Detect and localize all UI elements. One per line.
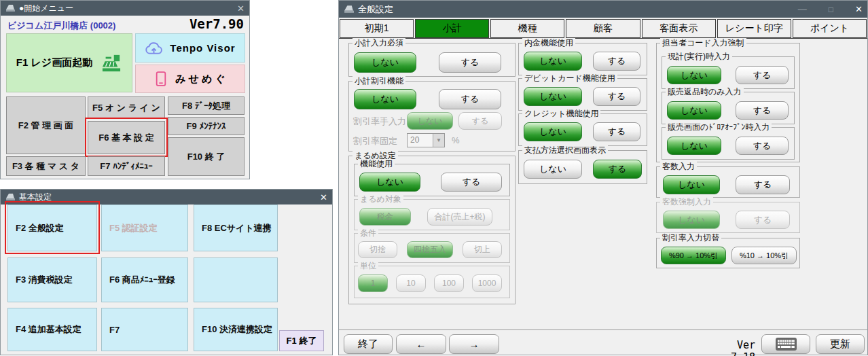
unit-10-button[interactable]: 10 bbox=[396, 274, 426, 292]
deposit-yes-button[interactable]: する bbox=[593, 52, 640, 71]
app-icon bbox=[5, 4, 15, 12]
f10-exit-button[interactable]: F10 終 了 bbox=[168, 137, 245, 176]
empty-button[interactable] bbox=[194, 257, 278, 302]
rounding-target-tax-button[interactable]: 税金 bbox=[359, 208, 411, 226]
basic-settings-window: 基本設定 ✕ F2 全般設定 F5 認証設定 F8 ECサイト連携 F3 消費税… bbox=[0, 189, 333, 355]
f3-masters-button[interactable]: F3 各 種 マ ス タ bbox=[6, 156, 86, 176]
f7-handy-menu-button[interactable]: F7 ﾊﾝﾃﾞｨﾒﾆｭｰ bbox=[88, 156, 165, 176]
f6-basic-settings-button[interactable]: F6 基 本 設 定 bbox=[88, 121, 165, 154]
f2-general-settings-button[interactable]: F2 全般設定 bbox=[7, 204, 97, 251]
debit-no-button[interactable]: しない bbox=[524, 87, 582, 106]
tenpo-visor-button[interactable]: Tenpo Visor bbox=[135, 33, 245, 63]
maximize-icon[interactable]: □ bbox=[829, 5, 833, 14]
round-down-button[interactable]: 切捨 bbox=[358, 241, 397, 258]
sales-return-no-button[interactable]: しない bbox=[667, 101, 721, 120]
minimize-icon[interactable]: — bbox=[798, 5, 807, 14]
f9-maintenance-button[interactable]: F9 ﾒﾝﾃﾅﾝｽ bbox=[168, 117, 245, 135]
unit-100-button[interactable]: 100 bbox=[434, 274, 464, 292]
close-icon[interactable]: ✕ bbox=[320, 193, 327, 202]
group-label: まるめ対象 bbox=[358, 194, 403, 204]
guest-force-yes-button[interactable]: する bbox=[736, 211, 790, 229]
f5-auth-settings-button[interactable]: F5 認証設定 bbox=[101, 204, 188, 251]
sales-return-yes-button[interactable]: する bbox=[736, 101, 789, 120]
start-menu-title: ●開始メニュー bbox=[19, 3, 73, 14]
basic-settings-title: 基本設定 bbox=[19, 192, 52, 203]
f5-online-button[interactable]: F5 オ ン ラ イ ン bbox=[88, 96, 165, 119]
group-label: 条件 bbox=[358, 228, 378, 238]
rounding-target-total-button[interactable]: 合計(売上+税) bbox=[427, 208, 492, 226]
footer-back-button[interactable]: ← bbox=[396, 334, 446, 354]
credit-no-button[interactable]: しない bbox=[524, 122, 582, 141]
close-icon[interactable]: ✕ bbox=[855, 5, 863, 14]
guest-count-no-button[interactable]: しない bbox=[663, 175, 720, 194]
start-menu-window: ●開始メニュー ✕ ビジコム江戸川橋店 (0002) Ver7.90 F1 レジ… bbox=[0, 0, 250, 179]
group-label: デビットカード機能使用 bbox=[522, 73, 617, 84]
round-half-button[interactable]: 四捨五入 bbox=[407, 241, 453, 258]
f10-payment-link-button[interactable]: F10 決済連携設定 bbox=[194, 308, 278, 351]
basic-settings-titlebar[interactable]: 基本設定 ✕ bbox=[1, 190, 332, 204]
tab-initial-1[interactable]: 初期1 bbox=[340, 19, 414, 38]
discount-switch-10-button[interactable]: %10 → 10%引 bbox=[731, 247, 797, 264]
settings-version: Ver 7.18 bbox=[708, 339, 755, 356]
footer-exit-button[interactable]: 終了 bbox=[344, 334, 393, 354]
genkei-yes-button[interactable]: する bbox=[736, 66, 789, 84]
register-screen-button[interactable]: F1 レジ画面起動 bbox=[6, 33, 132, 92]
tab-customer[interactable]: 顧客 bbox=[566, 19, 640, 38]
payment-screen-no-button[interactable]: しない bbox=[524, 160, 582, 179]
payment-screen-yes-button[interactable]: する bbox=[593, 160, 642, 179]
f8-data-processing-button[interactable]: F8 ﾃﾞｰﾀ処理 bbox=[168, 96, 245, 115]
tab-receipt-print[interactable]: レシート印字 bbox=[717, 19, 791, 38]
f3-consumption-tax-button[interactable]: F3 消費税設定 bbox=[7, 257, 97, 302]
rounding-use-no-button[interactable]: しない bbox=[359, 173, 420, 192]
tab-subtotal[interactable]: 小計 bbox=[415, 19, 489, 38]
subtotal-required-no-button[interactable]: しない bbox=[354, 52, 416, 73]
settings-tabs: 初期1 小計 機種 顧客 客面表示 レシート印字 ポイント bbox=[340, 19, 867, 38]
fixed-rate-unit: % bbox=[452, 135, 460, 145]
subtotal-required-yes-button[interactable]: する bbox=[439, 52, 501, 73]
genkei-no-button[interactable]: しない bbox=[667, 66, 721, 84]
f8-ec-site-button[interactable]: F8 ECサイト連携 bbox=[194, 204, 278, 251]
tab-points[interactable]: ポイント bbox=[793, 19, 867, 38]
rounding-use-yes-button[interactable]: する bbox=[441, 173, 502, 192]
group-label: 客数強制入力 bbox=[660, 197, 713, 207]
desktop: ●開始メニュー ✕ ビジコム江戸川橋店 (0002) Ver7.90 F1 レジ… bbox=[0, 0, 868, 356]
group-label: 単位 bbox=[358, 261, 378, 271]
fixed-rate-dropdown[interactable]: 20 ▼ bbox=[407, 133, 445, 147]
subtotal-discount-no-button[interactable]: しない bbox=[354, 89, 416, 109]
close-icon[interactable]: ✕ bbox=[237, 4, 245, 13]
update-button[interactable]: 更新 bbox=[816, 334, 865, 354]
deposit-no-button[interactable]: しない bbox=[524, 52, 582, 71]
tab-model[interactable]: 機種 bbox=[490, 19, 564, 38]
f1-exit-button[interactable]: F1 終了 bbox=[279, 330, 324, 351]
debit-yes-button[interactable]: する bbox=[593, 87, 640, 106]
discount-switch-90-button[interactable]: %90 → 10%引 bbox=[661, 247, 726, 264]
drawer-open-yes-button[interactable]: する bbox=[736, 137, 789, 155]
misemegu-button[interactable]: み せ め ぐ bbox=[135, 65, 245, 93]
general-settings-titlebar[interactable]: 全般設定 — □ ✕ bbox=[339, 1, 867, 18]
unit-1000-button[interactable]: 1000 bbox=[472, 274, 502, 292]
f2-admin-button[interactable]: F2 管 理 画 面 bbox=[6, 96, 86, 154]
footer-forward-button[interactable]: → bbox=[449, 334, 499, 354]
store-name: ビジコム江戸川橋店 (0002) bbox=[7, 20, 115, 32]
unit-1-button[interactable]: 1 bbox=[358, 274, 388, 292]
guest-force-no-button[interactable]: しない bbox=[663, 211, 720, 229]
group-label: 小計割引機能 bbox=[352, 76, 405, 86]
tab-customer-display[interactable]: 客面表示 bbox=[642, 19, 716, 38]
f6-product-menu-button[interactable]: F6 商品ﾒﾆｭｰ登録 bbox=[101, 257, 188, 302]
keyboard-button[interactable] bbox=[761, 334, 810, 354]
f7-button[interactable]: F7 bbox=[101, 308, 188, 351]
group-label: 担当者コード入力強制 bbox=[660, 38, 746, 48]
manual-rate-yes-button[interactable]: する bbox=[458, 112, 502, 130]
group-label: 内金機能使用 bbox=[522, 38, 575, 48]
manual-rate-no-button[interactable]: しない bbox=[407, 112, 453, 130]
credit-yes-button[interactable]: する bbox=[593, 122, 640, 141]
cash-register-icon bbox=[101, 54, 122, 73]
guest-count-yes-button[interactable]: する bbox=[736, 175, 790, 194]
group-label: 販売返品時のみ入力 bbox=[666, 87, 744, 97]
start-menu-titlebar[interactable]: ●開始メニュー ✕ bbox=[1, 1, 249, 16]
drawer-open-no-button[interactable]: しない bbox=[667, 137, 721, 155]
f4-additional-settings-button[interactable]: F4 追加基本設定 bbox=[7, 308, 97, 351]
general-settings-title: 全般設定 bbox=[358, 3, 393, 16]
round-up-button[interactable]: 切上 bbox=[463, 241, 502, 258]
subtotal-discount-yes-button[interactable]: する bbox=[439, 89, 501, 109]
